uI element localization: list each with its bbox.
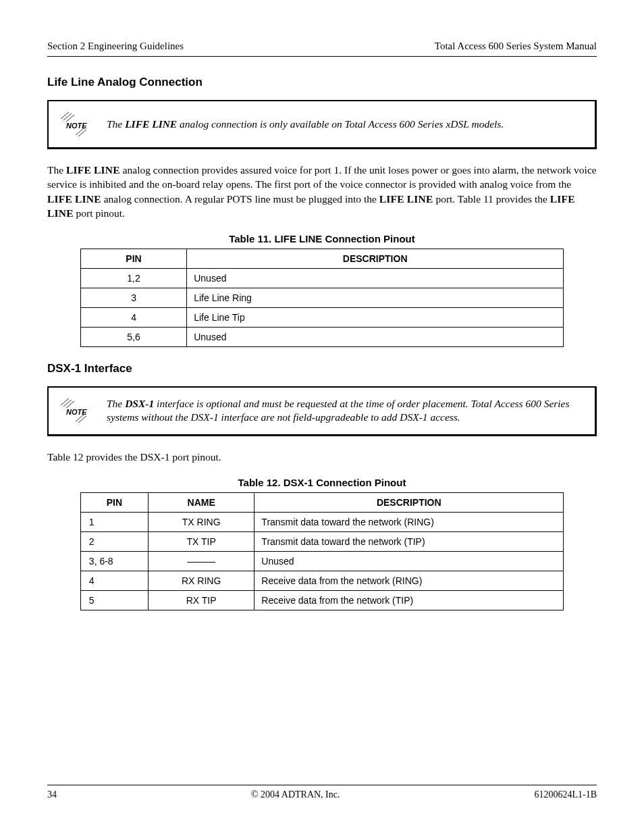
svg-line-7 xyxy=(63,400,72,407)
heading-dsx1: DSX-1 Interface xyxy=(47,362,597,375)
cell-desc: Unused xyxy=(254,551,564,571)
note-post: analog connection is only available on T… xyxy=(177,118,504,130)
p1a: The xyxy=(47,164,66,176)
note-post: interface is optional and must be reques… xyxy=(107,398,570,423)
svg-text:NOTE: NOTE xyxy=(66,408,87,416)
p1e: port pinout. xyxy=(74,207,125,219)
header-right: Total Access 600 Series System Manual xyxy=(435,41,597,52)
cell-pin: 4 xyxy=(80,307,186,327)
table-row: PIN DESCRIPTION xyxy=(80,249,563,268)
cell-pin: 5 xyxy=(80,590,148,610)
note-icon: NOTE xyxy=(58,397,90,424)
cell-desc: Life Line Tip xyxy=(187,307,564,327)
th-desc: DESCRIPTION xyxy=(187,249,564,268)
th-name: NAME xyxy=(148,492,254,512)
note-bold: DSX-1 xyxy=(125,398,154,409)
p1b: analog connection provides assured voice… xyxy=(47,164,597,190)
table-row: PIN NAME DESCRIPTION xyxy=(80,492,563,512)
note-pre: The xyxy=(107,118,125,130)
table11-caption: Table 11. LIFE LINE Connection Pinout xyxy=(47,233,597,244)
table-row: 1TX RINGTransmit data toward the network… xyxy=(80,512,563,531)
cell-desc: Transmit data toward the network (TIP) xyxy=(254,531,564,551)
cell-pin: 4 xyxy=(80,571,148,590)
p1d: port. Table 11 provides the xyxy=(433,193,550,205)
svg-line-5 xyxy=(78,130,86,136)
th-pin: PIN xyxy=(80,249,186,268)
cell-name: TX RING xyxy=(148,512,254,531)
p1-sc3: LIFE LINE xyxy=(379,193,433,205)
table-life-line-pinout: PIN DESCRIPTION 1,2Unused 3Life Line Rin… xyxy=(80,249,564,347)
cell-desc: Unused xyxy=(187,327,564,346)
table-row: 4RX RINGReceive data from the network (R… xyxy=(80,571,563,590)
table-row: 3Life Line Ring xyxy=(80,288,563,307)
th-pin: PIN xyxy=(80,492,148,512)
paragraph-life-line: The LIFE LINE analog connection provides… xyxy=(47,163,597,221)
table-row: 2TX TIPTransmit data toward the network … xyxy=(80,531,563,551)
p1c: analog connection. A regular POTS line m… xyxy=(101,193,379,205)
svg-line-1 xyxy=(63,113,72,120)
svg-line-2 xyxy=(66,115,74,122)
note-text-life-line: The LIFE LINE analog connection is only … xyxy=(107,118,504,132)
note-text-dsx1: The DSX-1 interface is optional and must… xyxy=(107,397,581,425)
note-box-dsx1: NOTE The DSX-1 interface is optional and… xyxy=(47,386,597,437)
table-row: 4Life Line Tip xyxy=(80,307,563,327)
footer-copyright: © 2004 ADTRAN, Inc. xyxy=(251,789,340,800)
note-pre: The xyxy=(107,398,125,409)
p1-sc2: LIFE LINE xyxy=(47,193,101,205)
cell-name: RX TIP xyxy=(148,590,254,610)
page-header: Section 2 Engineering Guidelines Total A… xyxy=(47,41,597,57)
cell-pin: 3, 6-8 xyxy=(80,551,148,571)
cell-name: ——— xyxy=(148,551,254,571)
header-left: Section 2 Engineering Guidelines xyxy=(47,41,184,52)
cell-desc: Life Line Ring xyxy=(187,288,564,307)
cell-desc: Unused xyxy=(187,268,564,288)
note-icon: NOTE xyxy=(58,111,90,138)
paragraph-dsx1: Table 12 provides the DSX-1 port pinout. xyxy=(47,450,597,464)
cell-pin: 1,2 xyxy=(80,268,186,288)
cell-pin: 1 xyxy=(80,512,148,531)
page-footer: 34 © 2004 ADTRAN, Inc. 61200624L1-1B xyxy=(47,785,597,800)
cell-pin: 3 xyxy=(80,288,186,307)
cell-pin: 5,6 xyxy=(80,327,186,346)
table-row: 3, 6-8———Unused xyxy=(80,551,563,571)
cell-name: TX TIP xyxy=(148,531,254,551)
heading-life-line: Life Line Analog Connection xyxy=(47,76,597,89)
p1-sc1: LIFE LINE xyxy=(66,164,120,176)
table-row: 5,6Unused xyxy=(80,327,563,346)
svg-line-8 xyxy=(66,401,74,408)
table-dsx1-pinout: PIN NAME DESCRIPTION 1TX RINGTransmit da… xyxy=(80,492,564,610)
note-bold: LIFE LINE xyxy=(125,118,177,130)
svg-line-0 xyxy=(61,112,69,119)
cell-desc: Receive data from the network (RING) xyxy=(254,571,564,590)
cell-name: RX RING xyxy=(148,571,254,590)
footer-page-number: 34 xyxy=(47,789,57,800)
footer-doc-id: 61200624L1-1B xyxy=(534,789,597,800)
note-box-life-line: NOTE The LIFE LINE analog connection is … xyxy=(47,100,597,149)
table12-caption: Table 12. DSX-1 Connection Pinout xyxy=(47,477,597,488)
cell-desc: Receive data from the network (TIP) xyxy=(254,590,564,610)
table-row: 5RX TIPReceive data from the network (TI… xyxy=(80,590,563,610)
th-desc: DESCRIPTION xyxy=(254,492,564,512)
svg-line-6 xyxy=(61,398,69,405)
svg-text:NOTE: NOTE xyxy=(66,122,87,130)
cell-pin: 2 xyxy=(80,531,148,551)
cell-desc: Transmit data toward the network (RING) xyxy=(254,512,564,531)
table-row: 1,2Unused xyxy=(80,268,563,288)
svg-line-11 xyxy=(78,416,86,423)
